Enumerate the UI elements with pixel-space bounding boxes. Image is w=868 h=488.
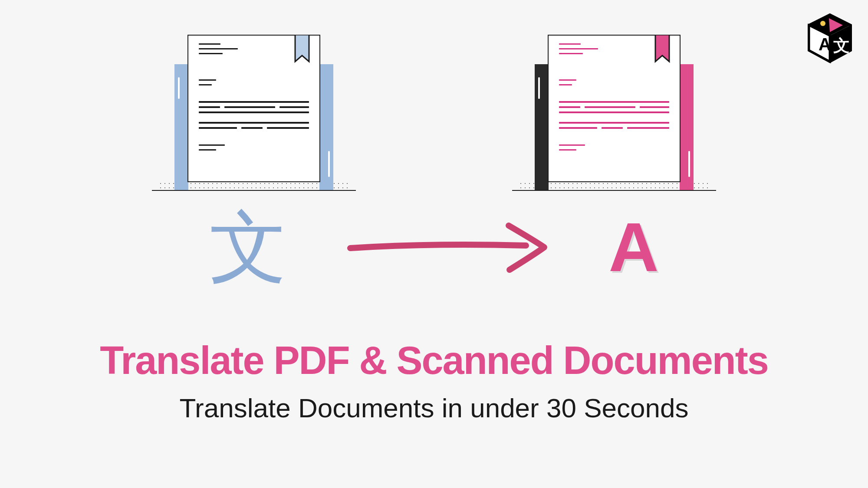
text-lines bbox=[559, 43, 669, 154]
documents-illustration bbox=[0, 43, 868, 191]
binder-right bbox=[319, 64, 333, 190]
text-lines bbox=[199, 43, 309, 154]
svg-point-2 bbox=[820, 21, 825, 26]
target-document-icon bbox=[538, 43, 690, 191]
translation-flow: 文 A bbox=[0, 208, 868, 286]
source-language-glyph: 文 bbox=[209, 208, 287, 286]
arrow-right-icon bbox=[344, 217, 552, 278]
document-page bbox=[548, 35, 681, 182]
headline: Translate PDF & Scanned Documents bbox=[0, 338, 868, 383]
ground-line bbox=[512, 190, 716, 191]
binder-left bbox=[174, 64, 188, 190]
document-page bbox=[187, 35, 320, 182]
binder-right bbox=[680, 64, 694, 190]
target-language-glyph: A bbox=[608, 213, 659, 282]
ground-line bbox=[152, 190, 356, 191]
binder-left bbox=[535, 64, 549, 190]
source-document-icon bbox=[178, 43, 330, 191]
subheadline: Translate Documents in under 30 Seconds bbox=[0, 393, 868, 423]
